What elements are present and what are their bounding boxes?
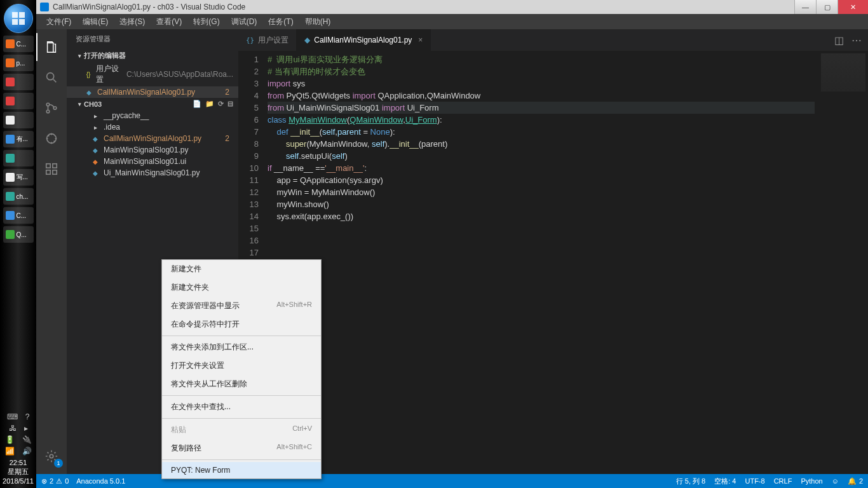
menu-item[interactable]: 帮助(H) xyxy=(300,15,336,29)
context-menu-item[interactable]: 在资源管理器中显示Alt+Shift+R xyxy=(162,297,321,315)
editor-tab[interactable]: {}用户设置 xyxy=(238,29,297,51)
tray-icon[interactable]: 🔋 xyxy=(5,435,15,444)
taskbar-item[interactable] xyxy=(3,93,34,109)
minimap[interactable] xyxy=(815,51,868,474)
context-menu-item[interactable]: 在命令提示符中打开 xyxy=(162,315,321,334)
search-icon[interactable] xyxy=(36,64,67,92)
svg-point-9 xyxy=(50,454,53,458)
system-tray: ⌨? 🖧▸ 🔋🔌 📶🔊 22:51星期五2018/5/11 xyxy=(0,412,36,488)
tray-icon[interactable]: 🖧 xyxy=(9,424,17,433)
close-button[interactable]: ✕ xyxy=(837,0,868,14)
tray-icon[interactable]: ▸ xyxy=(24,424,28,433)
tray-icon[interactable]: 📶 xyxy=(5,447,15,456)
status-lncol[interactable]: 行 5, 列 8 xyxy=(676,477,705,486)
context-menu-item[interactable]: 新建文件夹 xyxy=(162,278,321,297)
editor-group: {}用户设置◆CallMianWinSignalAlog01.py× ◫ ⋯ 1… xyxy=(238,29,868,474)
extensions-icon[interactable] xyxy=(36,155,67,183)
taskbar-item[interactable] xyxy=(3,74,34,90)
vscode-icon xyxy=(40,3,49,11)
context-menu-item: 粘贴Ctrl+V xyxy=(162,421,321,439)
tree-item[interactable]: ◆CallMianWinSignalAlog01.py2 xyxy=(67,133,238,144)
status-problems[interactable]: ⊗2 ⚠0 xyxy=(41,477,69,485)
split-editor-icon[interactable]: ◫ xyxy=(834,34,844,46)
scm-icon[interactable] xyxy=(36,94,67,122)
status-bell[interactable]: 🔔2 xyxy=(848,477,863,486)
close-tab-icon[interactable]: × xyxy=(418,36,423,44)
context-menu-item[interactable]: 将文件夹添加到工作区... xyxy=(162,338,321,356)
open-editors-header[interactable]: ▾打开的编辑器 xyxy=(67,49,238,62)
windows-taskbar: C...p...有...写...ch...C...Q... ⌨? 🖧▸ 🔋🔌 📶… xyxy=(0,0,36,488)
tree-item[interactable]: ◆MainWinSignalSlog01.py xyxy=(67,144,238,156)
context-menu-item[interactable]: 打开文件夹设置 xyxy=(162,356,321,375)
svg-point-1 xyxy=(46,103,50,106)
tree-item[interactable]: ▸.idea xyxy=(67,121,238,133)
minimize-button[interactable]: — xyxy=(794,0,816,14)
tree-item[interactable]: ◆MainWinSignalSlog01.ui xyxy=(67,156,238,167)
menu-item[interactable]: 转到(G) xyxy=(188,15,224,29)
folder-header[interactable]: ▾CH03 📄 📁 ⟳ ⊟ xyxy=(67,98,238,110)
collapse-icon[interactable]: ⊟ xyxy=(227,100,233,108)
context-menu-item[interactable]: PYQT: New Form xyxy=(162,462,321,478)
open-editor-item[interactable]: ◆CallMianWinSignalAlog01.py2 xyxy=(67,86,238,98)
svg-point-0 xyxy=(47,73,54,80)
more-icon[interactable]: ⋯ xyxy=(851,34,862,46)
menu-item[interactable]: 文件(F) xyxy=(41,15,76,29)
open-editor-item[interactable]: {}用户设置 C:\Users\ASUS\AppData\Roa... xyxy=(67,62,238,86)
context-menu-item[interactable]: 复制路径Alt+Shift+C xyxy=(162,439,321,458)
menu-item[interactable]: 选择(S) xyxy=(114,15,150,29)
taskbar-clock[interactable]: 22:51星期五2018/5/11 xyxy=(3,458,34,485)
new-folder-icon[interactable]: 📁 xyxy=(205,100,214,108)
taskbar-item[interactable]: C... xyxy=(3,207,34,224)
status-encoding[interactable]: UTF-8 xyxy=(745,477,764,486)
tree-item[interactable]: ▸__pycache__ xyxy=(67,110,238,121)
settings-icon[interactable]: 1 xyxy=(36,442,67,470)
svg-rect-8 xyxy=(53,170,57,174)
start-button[interactable] xyxy=(4,4,33,33)
sidebar-title: 资源管理器 xyxy=(67,29,238,49)
taskbar-item[interactable]: C... xyxy=(3,36,34,52)
new-file-icon[interactable]: 📄 xyxy=(193,100,201,108)
editor-tabs: {}用户设置◆CallMianWinSignalAlog01.py× ◫ ⋯ xyxy=(238,29,868,51)
taskbar-item[interactable] xyxy=(3,112,34,128)
status-env[interactable]: Anaconda 5.0.1 xyxy=(76,477,125,485)
svg-rect-6 xyxy=(53,164,57,168)
code-editor[interactable]: 123456789101112131415161718 # 调用ui界面实现业务… xyxy=(238,51,868,474)
code-lines[interactable]: # 调用ui界面实现业务逻辑分离# 当有调用的时候才会变色import sysf… xyxy=(268,51,868,474)
debug-icon[interactable] xyxy=(36,125,67,152)
status-spaces[interactable]: 空格: 4 xyxy=(714,477,736,486)
tray-icon[interactable]: ? xyxy=(25,412,30,421)
taskbar-item[interactable]: 有... xyxy=(3,131,34,147)
menu-item[interactable]: 调试(D) xyxy=(226,15,262,29)
window-title: CallMianWinSignalAlog01.py - ch03 - Visu… xyxy=(53,3,245,11)
status-eol[interactable]: CRLF xyxy=(774,477,792,486)
taskbar-item[interactable]: 写... xyxy=(3,169,34,186)
menu-item[interactable]: 查看(V) xyxy=(151,15,187,29)
menu-item[interactable]: 编辑(E) xyxy=(78,15,113,29)
context-menu-item[interactable]: 将文件夹从工作区删除 xyxy=(162,375,321,393)
taskbar-item[interactable]: p... xyxy=(3,55,34,71)
svg-rect-5 xyxy=(46,164,50,168)
context-menu-item[interactable]: 在文件夹中查找... xyxy=(162,398,321,416)
svg-rect-7 xyxy=(46,170,50,174)
status-lang[interactable]: Python xyxy=(801,477,822,486)
status-feedback[interactable]: ☺ xyxy=(832,477,839,486)
menubar: 文件(F)编辑(E)选择(S)查看(V)转到(G)调试(D)任务(T)帮助(H) xyxy=(36,14,868,29)
tray-icon[interactable]: 🔌 xyxy=(22,435,32,444)
editor-tab[interactable]: ◆CallMianWinSignalAlog01.py× xyxy=(297,29,431,51)
svg-point-2 xyxy=(46,110,50,113)
explorer-context-menu: 新建文件新建文件夹在资源管理器中显示Alt+Shift+R在命令提示符中打开将文… xyxy=(161,259,322,479)
refresh-icon[interactable]: ⟳ xyxy=(218,100,224,108)
taskbar-item[interactable]: Q... xyxy=(3,226,34,243)
tree-item[interactable]: ◆Ui_MainWinSignalSlog01.py xyxy=(67,167,238,179)
maximize-button[interactable]: ▢ xyxy=(816,0,837,14)
taskbar-item[interactable] xyxy=(3,150,34,166)
tray-icon[interactable]: 🔊 xyxy=(22,447,32,456)
taskbar-item[interactable]: ch... xyxy=(3,188,34,205)
explorer-icon[interactable] xyxy=(36,33,67,61)
context-menu-item[interactable]: 新建文件 xyxy=(162,260,321,278)
tray-icon[interactable]: ⌨ xyxy=(7,412,18,421)
menu-item[interactable]: 任务(T) xyxy=(263,15,298,29)
activity-bar: 1 xyxy=(36,29,67,474)
titlebar: CallMianWinSignalAlog01.py - ch03 - Visu… xyxy=(36,0,868,14)
